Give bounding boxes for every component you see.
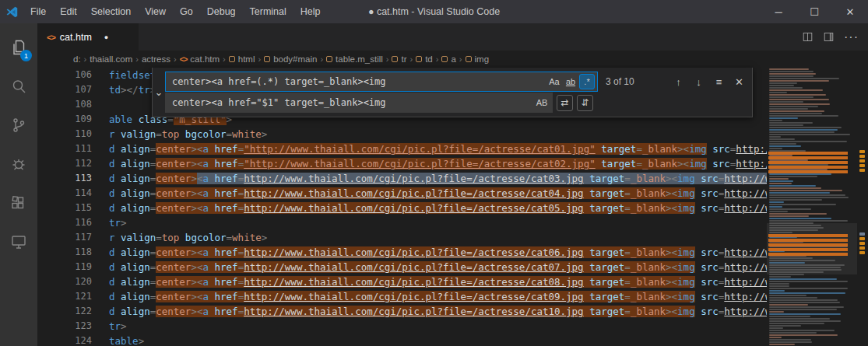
- menu-go[interactable]: Go: [173, 0, 200, 23]
- remote-explorer-button[interactable]: [0, 222, 37, 261]
- line-number: 121: [37, 289, 106, 304]
- line-number: 120: [37, 274, 106, 289]
- replace-input-value: center><a href="$1" target=_blank><img: [166, 93, 552, 112]
- code-line[interactable]: 119d align=center><a href=http://www.tha…: [37, 260, 767, 274]
- maximize-button[interactable]: ☐: [796, 0, 832, 23]
- tab-cat-htm[interactable]: <> cat.htm ●: [37, 23, 139, 51]
- tab-bar: <> cat.htm ● ···: [37, 23, 868, 51]
- line-number: 114: [37, 186, 106, 201]
- split-editor-icon[interactable]: [802, 31, 814, 43]
- window-controls: ─ ☐ ✕: [761, 0, 868, 23]
- replace-button[interactable]: ⇄: [557, 95, 573, 111]
- code-line[interactable]: 117r valign=top bgcolor=white>: [37, 230, 767, 245]
- toggle-layout-icon[interactable]: [823, 31, 835, 43]
- debug-button[interactable]: [0, 145, 37, 183]
- toggle-replace-button[interactable]: ⌄: [153, 68, 165, 117]
- minimize-button[interactable]: ─: [761, 0, 796, 23]
- line-number: 118: [37, 245, 106, 260]
- explorer-badge: 1: [20, 50, 32, 61]
- code-line[interactable]: 121d align=center><a href=http://www.tha…: [37, 289, 767, 304]
- menu-debug[interactable]: Debug: [200, 0, 243, 23]
- line-number: 106: [37, 68, 106, 82]
- code-line[interactable]: 122d align=center><a href=http://www.tha…: [37, 304, 767, 319]
- code-line[interactable]: 114d align=center><a href=http://www.tha…: [37, 186, 767, 201]
- html-file-icon: <>: [47, 33, 55, 42]
- debug-icon: [9, 155, 28, 173]
- find-in-selection-button[interactable]: ≡: [711, 74, 727, 90]
- preserve-case-button[interactable]: AB: [534, 95, 550, 110]
- search-button[interactable]: [0, 67, 37, 106]
- line-number: 110: [37, 127, 106, 142]
- activity-bar: 1: [0, 23, 37, 346]
- close-find-button[interactable]: ✕: [731, 74, 747, 90]
- breadcrumb-separator-icon: ›: [386, 54, 389, 64]
- line-number: 123: [37, 319, 106, 334]
- breadcrumb-separator-icon: ›: [258, 54, 261, 64]
- breadcrumb-item[interactable]: thaiall.com: [90, 54, 132, 64]
- whole-word-button[interactable]: ab: [563, 74, 578, 89]
- code-line[interactable]: 113d align=center><a href=http://www.tha…: [37, 171, 767, 186]
- breadcrumb-item[interactable]: table.m_still: [326, 54, 383, 64]
- code-line[interactable]: 123tr>: [37, 319, 767, 334]
- regex-button[interactable]: .*: [579, 74, 595, 89]
- tab-label: cat.htm: [60, 32, 92, 43]
- minimap[interactable]: [767, 68, 857, 346]
- extensions-button[interactable]: [0, 183, 37, 222]
- match-case-button[interactable]: Aa: [546, 74, 562, 89]
- source-control-button[interactable]: [0, 106, 37, 145]
- breadcrumb-item[interactable]: <>cat.htm: [180, 54, 220, 64]
- line-number: 109: [37, 112, 106, 127]
- breadcrumb-item[interactable]: html: [229, 54, 255, 64]
- line-number: 111: [37, 142, 106, 156]
- menu-help[interactable]: Help: [293, 0, 328, 23]
- breadcrumb-separator-icon: ›: [135, 54, 139, 64]
- line-number: 113: [37, 171, 106, 186]
- line-number: 116: [37, 215, 106, 230]
- close-window-button[interactable]: ✕: [832, 0, 868, 23]
- find-input[interactable]: center><a href=(.*) target=_blank><img A…: [165, 72, 598, 92]
- breadcrumb-separator-icon: ›: [320, 54, 323, 64]
- overview-ruler: [857, 68, 868, 346]
- replace-input[interactable]: center><a href="$1" target=_blank><img A…: [165, 93, 553, 113]
- code-line[interactable]: 115d align=center><a href=http://www.tha…: [37, 201, 767, 215]
- code-line[interactable]: 111d align=center><a href="http://www.th…: [37, 142, 767, 156]
- menu-view[interactable]: View: [138, 0, 173, 23]
- explorer-button[interactable]: 1: [0, 28, 37, 67]
- menu-file[interactable]: File: [23, 0, 53, 23]
- breadcrumb-item[interactable]: td: [416, 54, 433, 64]
- code-line[interactable]: 124table>: [37, 334, 767, 346]
- code-line[interactable]: 112d align=center><a href="http://www.th…: [37, 156, 767, 171]
- breadcrumb-item[interactable]: img: [466, 54, 490, 64]
- menu-selection[interactable]: Selection: [84, 0, 138, 23]
- extensions-icon: [9, 194, 28, 212]
- previous-match-button[interactable]: ↑: [670, 74, 687, 90]
- breadcrumb-item[interactable]: tr: [392, 54, 406, 64]
- editor-group: 106fieldset>107td></tr></108109able clas…: [37, 68, 868, 346]
- find-input-value: center><a href=(.*) target=_blank><img: [166, 72, 597, 91]
- code-line[interactable]: 116tr>: [37, 215, 767, 230]
- breadcrumb-item[interactable]: actress: [142, 54, 170, 64]
- code-line[interactable]: 120d align=center><a href=http://www.tha…: [37, 274, 767, 289]
- breadcrumb-item[interactable]: a: [441, 54, 455, 64]
- editor-actions: ···: [802, 23, 868, 51]
- remote-explorer-icon: [9, 232, 28, 251]
- breadcrumb-separator-icon: ›: [84, 54, 87, 64]
- menu-edit[interactable]: Edit: [53, 0, 84, 23]
- next-match-button[interactable]: ↓: [691, 74, 707, 90]
- symbol-icon: [392, 56, 398, 62]
- line-number: 119: [37, 260, 106, 274]
- breadcrumb-item[interactable]: body#main: [264, 54, 317, 64]
- menu-bar: File Edit Selection View Go Debug Termin…: [23, 0, 328, 23]
- replace-all-button[interactable]: ⇵: [577, 95, 593, 111]
- breadcrumb-separator-icon: ›: [410, 54, 413, 64]
- symbol-icon: [416, 56, 422, 62]
- line-number: 124: [37, 334, 106, 346]
- menu-terminal[interactable]: Terminal: [243, 0, 293, 23]
- breadcrumb-item[interactable]: d:: [73, 54, 81, 64]
- line-number: 115: [37, 201, 106, 215]
- symbol-icon: [441, 56, 448, 62]
- breadcrumb-separator-icon: ›: [174, 54, 177, 64]
- code-line[interactable]: 110r valign=top bgcolor=white>: [37, 127, 767, 142]
- more-actions-icon[interactable]: ···: [844, 30, 859, 44]
- code-line[interactable]: 118d align=center><a href=http://www.tha…: [37, 245, 767, 260]
